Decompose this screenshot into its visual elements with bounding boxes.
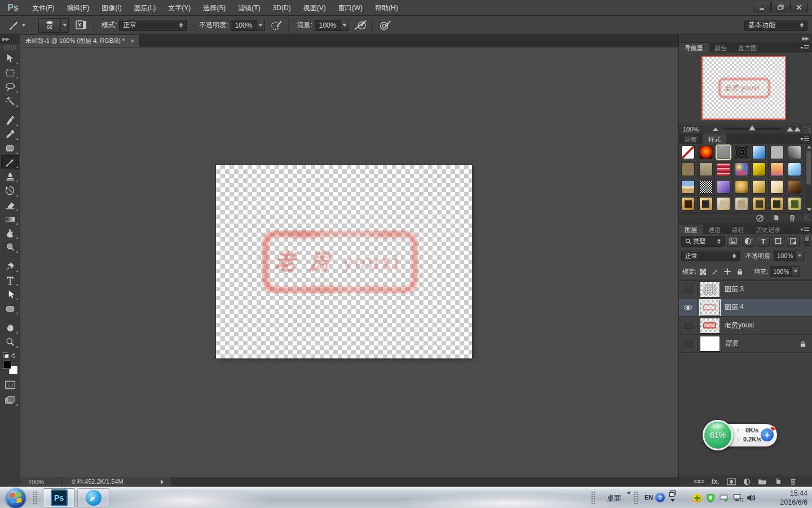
- tool-zoom[interactable]: [1, 335, 19, 349]
- layer-name[interactable]: 老房youxi: [725, 321, 754, 330]
- airbrush-icon[interactable]: [354, 19, 367, 32]
- start-button[interactable]: [6, 488, 26, 508]
- layer-name[interactable]: 图层 4: [725, 303, 744, 312]
- restore-button[interactable]: [771, 2, 789, 12]
- tool-preset-brush-icon[interactable]: [7, 19, 20, 32]
- tool-history-brush[interactable]: [1, 183, 19, 198]
- status-zoom[interactable]: 100%: [20, 477, 61, 487]
- navigator-zoom-value[interactable]: 100%: [679, 126, 713, 133]
- style-swatch[interactable]: [771, 163, 783, 176]
- tool-eraser[interactable]: [1, 198, 19, 212]
- lock-transparent-icon[interactable]: [698, 266, 708, 277]
- pressure-opacity-icon[interactable]: [270, 19, 283, 32]
- tools-collapse-chevron[interactable]: ▶▶: [0, 35, 20, 43]
- style-swatch[interactable]: [788, 146, 801, 159]
- tray-360-icon[interactable]: [692, 493, 702, 503]
- filter-shape-layers-icon[interactable]: [772, 236, 785, 247]
- style-swatch[interactable]: [717, 163, 730, 176]
- menu-image[interactable]: 图像(I): [95, 0, 127, 16]
- menu-3d[interactable]: 3D(D): [267, 0, 297, 16]
- layer-thumbnail[interactable]: [700, 300, 720, 315]
- filter-type-layers-icon[interactable]: T: [757, 236, 770, 247]
- taskbar-browser-button[interactable]: [77, 488, 109, 507]
- layer-row-laofang[interactable]: 老房youxi: [679, 317, 812, 335]
- menu-layer[interactable]: 图层(L): [128, 0, 162, 16]
- layer-effects-icon[interactable]: fx.: [711, 478, 719, 485]
- tool-hand[interactable]: [1, 321, 19, 335]
- desktop-toolbar-label[interactable]: 桌面: [607, 493, 621, 503]
- styles-panel-menu-icon[interactable]: [800, 137, 809, 142]
- style-swatch-none[interactable]: [682, 146, 694, 159]
- zoom-out-icon[interactable]: [713, 128, 718, 131]
- menu-window[interactable]: 窗口(W): [332, 0, 369, 16]
- tray-device-icon[interactable]: [720, 493, 729, 502]
- toggle-brush-panel-icon[interactable]: [74, 19, 88, 32]
- panels-collapse-chevron[interactable]: ▶▶: [679, 35, 812, 43]
- tools-grip[interactable]: [4, 45, 16, 50]
- tool-crop[interactable]: [1, 113, 19, 127]
- tab-history[interactable]: 历史记录: [750, 225, 786, 234]
- canvas-area[interactable]: 老房youxi: [20, 48, 678, 477]
- tool-eyedropper[interactable]: [1, 127, 19, 141]
- tab-close-icon[interactable]: ×: [130, 37, 134, 45]
- tool-rectangular-marquee[interactable]: [1, 65, 19, 80]
- style-swatch[interactable]: [771, 198, 783, 210]
- menu-edit[interactable]: 编辑(E): [60, 0, 95, 16]
- navigator-preview[interactable]: 老房 youxi: [701, 56, 786, 120]
- layer-thumbnail[interactable]: [700, 282, 720, 297]
- taskbar-photoshop-button[interactable]: Ps: [43, 488, 75, 507]
- brush-preset-picker[interactable]: 66: [38, 18, 61, 33]
- visibility-toggle[interactable]: [679, 299, 698, 317]
- workspace-switcher[interactable]: 基本功能: [744, 20, 807, 31]
- lock-pixels-icon[interactable]: [710, 266, 720, 277]
- default-colors-icon[interactable]: [3, 352, 17, 358]
- pressure-size-icon[interactable]: [378, 19, 391, 32]
- tool-type[interactable]: [1, 273, 19, 287]
- layers-panel-menu-icon[interactable]: [800, 227, 809, 233]
- visibility-toggle[interactable]: [679, 281, 698, 299]
- tray-shield-icon[interactable]: [706, 493, 715, 503]
- add-mask-icon[interactable]: [727, 478, 736, 485]
- style-swatch[interactable]: [700, 146, 712, 159]
- style-swatch[interactable]: [735, 146, 748, 159]
- tray-network-icon[interactable]: [733, 493, 743, 502]
- style-swatch[interactable]: [753, 181, 765, 193]
- style-swatch[interactable]: [682, 198, 694, 210]
- style-swatch-selected[interactable]: [717, 146, 730, 159]
- tool-rounded-rectangle[interactable]: [1, 301, 19, 316]
- style-swatch[interactable]: [682, 181, 694, 193]
- lock-all-icon[interactable]: [735, 266, 745, 277]
- delete-style-icon[interactable]: [788, 214, 796, 222]
- new-adjustment-icon[interactable]: [743, 478, 751, 485]
- tool-dodge[interactable]: [1, 240, 19, 254]
- visibility-toggle[interactable]: [679, 317, 698, 335]
- document-canvas[interactable]: 老房youxi: [216, 165, 472, 358]
- zoom-slider[interactable]: [723, 128, 782, 130]
- visibility-toggle[interactable]: [679, 335, 698, 353]
- style-swatch[interactable]: [771, 181, 783, 193]
- minimize-button[interactable]: [753, 2, 771, 12]
- foreground-background-colors[interactable]: [3, 361, 17, 374]
- tab-color[interactable]: 颜色: [709, 43, 732, 52]
- new-style-icon[interactable]: [772, 214, 780, 222]
- layer-name[interactable]: 背景: [725, 339, 738, 348]
- style-swatch[interactable]: [735, 198, 748, 210]
- tool-clone-stamp[interactable]: [1, 169, 19, 183]
- close-button[interactable]: [790, 2, 808, 12]
- filter-pixel-layers-icon[interactable]: [727, 236, 740, 247]
- style-swatch[interactable]: [753, 198, 765, 210]
- style-swatch[interactable]: [700, 163, 712, 176]
- tool-gradient[interactable]: [1, 212, 19, 226]
- lock-position-icon[interactable]: [722, 266, 732, 277]
- opacity-dropdown[interactable]: 100%: [231, 20, 266, 31]
- menu-file[interactable]: 文件(F): [26, 0, 60, 16]
- tool-smudge[interactable]: [1, 226, 19, 240]
- menu-select[interactable]: 选择(S): [197, 0, 232, 16]
- style-swatch[interactable]: [700, 181, 712, 193]
- menu-type[interactable]: 文字(Y): [162, 0, 197, 16]
- style-swatch[interactable]: [735, 163, 748, 176]
- style-swatch[interactable]: [717, 181, 730, 193]
- tool-lasso[interactable]: [1, 80, 19, 94]
- tab-adjustments[interactable]: 调整: [679, 134, 703, 144]
- style-swatch[interactable]: [753, 163, 765, 176]
